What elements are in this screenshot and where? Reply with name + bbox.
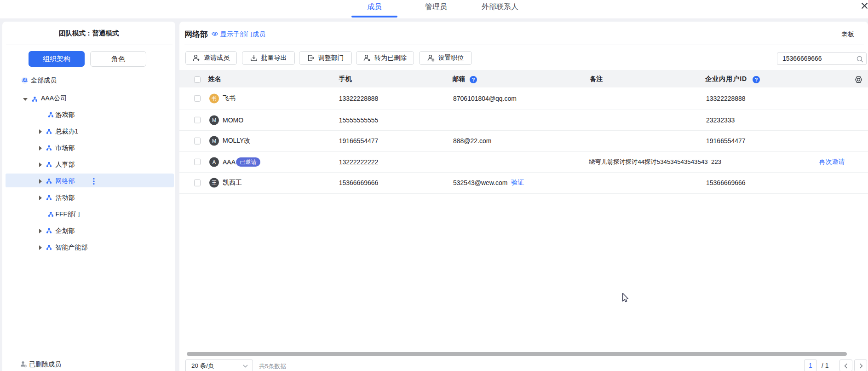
svg-text:?: ? <box>754 77 758 82</box>
svg-text:?: ? <box>471 77 475 82</box>
